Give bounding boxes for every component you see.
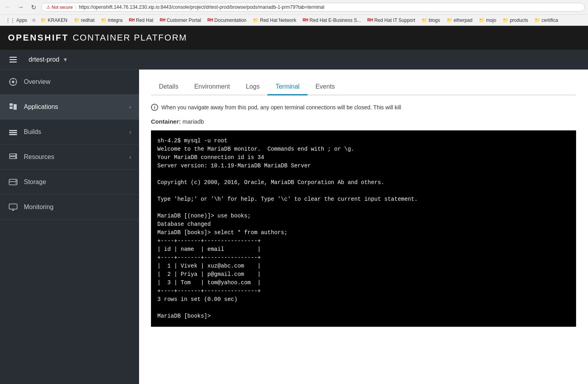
svg-rect-8 xyxy=(14,104,17,110)
folder-icon: 📁 xyxy=(101,17,107,23)
page-content: Details Environment Logs Terminal Events… xyxy=(139,70,588,384)
bookmark-label: products xyxy=(510,17,528,23)
bookmark-label: Red Hat E-Business S... xyxy=(309,17,361,23)
folder-icon: 📁 xyxy=(534,17,540,23)
main-content: Overview Applications › xyxy=(0,70,588,384)
tab-events[interactable]: Events xyxy=(308,79,343,95)
container-label-text: Container: xyxy=(151,118,181,125)
apps-label: Apps xyxy=(16,17,27,23)
bookmark-redhat-rh[interactable]: RH Red Hat xyxy=(126,17,155,24)
bookmark-label: Red Hat xyxy=(136,17,153,23)
bookmark-mojo[interactable]: 📁 mojo xyxy=(476,17,499,24)
svg-point-15 xyxy=(15,157,17,158)
svg-rect-11 xyxy=(9,134,17,135)
top-header: OPENSHIFTCONTAINER PLATFORM xyxy=(0,26,588,50)
bookmark-it-support[interactable]: RH Red Hat IT Support xyxy=(365,17,418,24)
logo-text-platform: CONTAINER PLATFORM xyxy=(73,33,187,43)
bookmark-label: blogs xyxy=(429,17,440,23)
container-name: mariadb xyxy=(182,118,204,125)
bookmark-label: Documentation xyxy=(215,17,247,23)
bookmark-label: certifica xyxy=(542,17,558,23)
redhat-icon: RH xyxy=(367,18,373,22)
bookmark-ebusiness[interactable]: RH Red Hat E-Business S... xyxy=(300,17,364,24)
redhat-icon: RH xyxy=(129,18,134,22)
browser-chrome: ← → ↻ ⚠ Not secure | https://openshift.1… xyxy=(0,0,588,26)
svg-rect-20 xyxy=(9,204,17,209)
apps-bookmark[interactable]: ⋮⋮ Apps xyxy=(3,17,29,24)
sidebar-item-label: Builds xyxy=(24,128,124,136)
svg-rect-9 xyxy=(9,130,17,131)
dropdown-arrow-icon: ▼ xyxy=(62,56,68,63)
redhat-icon: RH xyxy=(160,18,165,22)
chevron-right-icon: › xyxy=(129,154,131,160)
svg-point-19 xyxy=(15,183,16,184)
folder-icon: 📁 xyxy=(447,17,453,23)
secondary-nav: drtest-prod ▼ xyxy=(0,50,588,70)
logo-text-openshift: OPENSHIFT xyxy=(8,33,69,43)
sidebar-item-label: Monitoring xyxy=(24,204,131,211)
tab-logs[interactable]: Logs xyxy=(238,79,268,95)
hamburger-line xyxy=(10,59,17,60)
sidebar-item-builds[interactable]: Builds › xyxy=(0,120,139,145)
monitoring-icon xyxy=(8,202,18,212)
builds-icon xyxy=(8,127,18,137)
tab-environment[interactable]: Environment xyxy=(186,79,238,95)
sidebar-item-monitoring[interactable]: Monitoring xyxy=(0,195,139,220)
sidebar-item-storage[interactable]: Storage xyxy=(0,170,139,195)
bookmark-redhat[interactable]: 📁 redhat xyxy=(72,17,97,24)
tab-details[interactable]: Details xyxy=(151,79,186,95)
url-text: https://openshift.144.76.134.230.xip.io:… xyxy=(79,4,324,10)
info-banner: i When you navigate away from this pod, … xyxy=(151,103,576,112)
chevron-right-icon: › xyxy=(129,104,131,110)
sidebar-item-resources[interactable]: Resources › xyxy=(0,145,139,170)
bookmark-label: Customer Portal xyxy=(166,17,201,23)
reload-button[interactable]: ↻ xyxy=(29,2,38,12)
bookmark-kraken[interactable]: 📁 KRAKEN xyxy=(38,17,70,24)
hamburger-line xyxy=(10,62,17,62)
bookmark-redhat-network[interactable]: 📁 Red Hat Network xyxy=(250,17,298,24)
redhat-icon: RH xyxy=(303,18,308,22)
folder-icon: 📁 xyxy=(74,17,80,23)
bookmark-products[interactable]: 📁 products xyxy=(500,17,530,24)
openshift-logo: OPENSHIFTCONTAINER PLATFORM xyxy=(8,33,187,43)
terminal[interactable]: sh-4.2$ mysql -u root Welcome to the Mar… xyxy=(151,130,576,327)
folder-icon: 📁 xyxy=(41,17,46,23)
bookmark-customer-portal[interactable]: RH Customer Portal xyxy=(157,17,203,24)
svg-point-18 xyxy=(15,180,16,181)
resources-icon xyxy=(8,152,18,162)
tab-terminal[interactable]: Terminal xyxy=(267,79,307,95)
bookmarks-bar: ⋮⋮ Apps ★ 📁 KRAKEN 📁 redhat 📁 integra RH… xyxy=(0,14,588,25)
back-button[interactable]: ← xyxy=(3,2,13,12)
bookmark-blogs[interactable]: 📁 blogs xyxy=(419,17,443,24)
bookmark-label: integra xyxy=(108,17,123,23)
info-message: When you navigate away from this pod, an… xyxy=(161,103,401,112)
project-selector[interactable]: drtest-prod ▼ xyxy=(24,54,73,66)
folder-icon: 📁 xyxy=(503,17,509,23)
bookmark-integra[interactable]: 📁 integra xyxy=(99,17,125,24)
bookmark-label: etherpad xyxy=(454,17,472,23)
bookmark-label: Red Hat IT Support xyxy=(374,17,415,23)
app-container: OPENSHIFTCONTAINER PLATFORM drtest-prod … xyxy=(0,26,588,384)
hamburger-line xyxy=(10,57,17,58)
overview-icon xyxy=(8,77,18,87)
sidebar-item-applications[interactable]: Applications › xyxy=(0,95,139,120)
bookmark-label: redhat xyxy=(81,17,95,23)
bookmark-label: Red Hat Network xyxy=(260,17,296,23)
forward-button[interactable]: → xyxy=(16,2,25,12)
bookmark-etherpad[interactable]: 📁 etherpad xyxy=(444,17,475,24)
container-label: Container: mariadb xyxy=(151,118,576,125)
secure-warning: ⚠ Not secure xyxy=(46,5,73,10)
sidebar-item-label: Resources xyxy=(24,153,124,161)
tabs: Details Environment Logs Terminal Events xyxy=(151,79,576,95)
svg-point-14 xyxy=(15,154,17,155)
sidebar-item-overview[interactable]: Overview xyxy=(0,70,139,95)
svg-rect-6 xyxy=(10,103,13,106)
sidebar-item-label: Overview xyxy=(24,78,131,85)
bookmark-certifica[interactable]: 📁 certifica xyxy=(532,17,560,24)
address-bar[interactable]: ⚠ Not secure | https://openshift.144.76.… xyxy=(41,3,585,12)
browser-nav: ← → ↻ ⚠ Not secure | https://openshift.1… xyxy=(0,0,588,14)
svg-point-1 xyxy=(12,81,14,83)
bookmark-documentation[interactable]: RH Documentation xyxy=(205,17,249,24)
folder-icon: 📁 xyxy=(479,17,485,23)
hamburger-button[interactable] xyxy=(6,54,20,66)
